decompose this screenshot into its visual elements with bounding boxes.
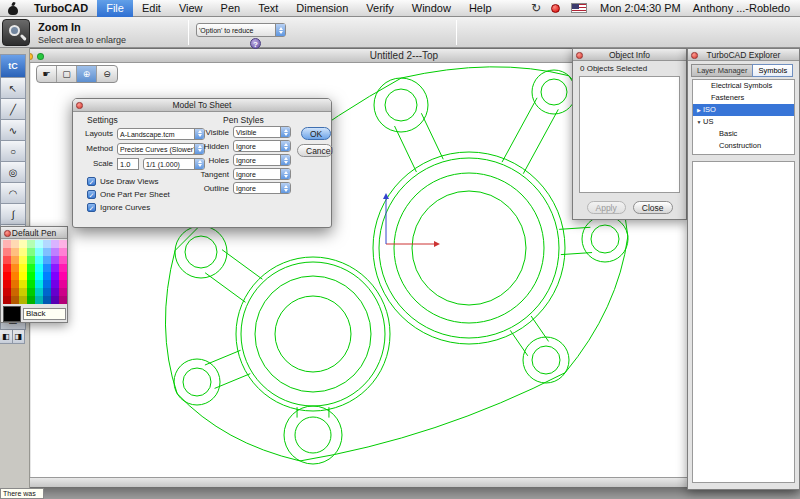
color-swatch[interactable] bbox=[51, 256, 59, 264]
color-swatch[interactable] bbox=[3, 288, 11, 296]
color-swatch[interactable] bbox=[51, 280, 59, 288]
color-swatch[interactable] bbox=[51, 296, 59, 304]
color-swatch[interactable] bbox=[43, 264, 51, 272]
color-swatch[interactable] bbox=[3, 280, 11, 288]
tree-item-construction[interactable]: Construction bbox=[693, 140, 794, 152]
menubar-clock[interactable]: Mon 2:04:30 PM bbox=[593, 2, 688, 14]
current-pen-color-swatch[interactable] bbox=[3, 306, 21, 322]
color-swatch[interactable] bbox=[11, 248, 19, 256]
input-language-flag-icon[interactable] bbox=[571, 3, 587, 13]
pen-palette-titlebar[interactable]: Default Pen bbox=[1, 227, 67, 239]
active-zoom-tool-button[interactable] bbox=[2, 19, 30, 46]
menu-edit[interactable]: Edit bbox=[133, 0, 170, 17]
option-to-reduce-popup[interactable]: 'Option' to reduce bbox=[196, 23, 286, 37]
explorer-titlebar[interactable]: TurboCAD Explorer bbox=[688, 49, 799, 61]
menu-help[interactable]: Help bbox=[460, 0, 501, 17]
color-swatch[interactable] bbox=[27, 272, 35, 280]
pen-style-popup-holes[interactable]: Ignore bbox=[233, 154, 291, 166]
color-swatch[interactable] bbox=[27, 240, 35, 248]
tree-item-electrical-symbols[interactable]: Electrical Symbols bbox=[693, 80, 794, 92]
color-swatch[interactable] bbox=[11, 280, 19, 288]
color-swatch[interactable] bbox=[35, 256, 43, 264]
color-swatch[interactable] bbox=[19, 256, 27, 264]
checkbox-box[interactable]: ✓ bbox=[87, 190, 96, 199]
color-swatch[interactable] bbox=[43, 280, 51, 288]
ok-button[interactable]: OK bbox=[301, 127, 331, 140]
color-swatch[interactable] bbox=[19, 264, 27, 272]
color-swatch[interactable] bbox=[43, 240, 51, 248]
circle-tool[interactable]: ○ bbox=[0, 140, 26, 162]
color-swatch[interactable] bbox=[27, 264, 35, 272]
menu-window[interactable]: Window bbox=[403, 0, 460, 17]
color-swatch[interactable] bbox=[3, 272, 11, 280]
color-swatch[interactable] bbox=[11, 296, 19, 304]
color-swatch[interactable] bbox=[27, 296, 35, 304]
disclosure-down-icon[interactable]: ▼ bbox=[695, 116, 703, 128]
color-swatch[interactable] bbox=[59, 248, 67, 256]
tree-item-basic[interactable]: Basic bbox=[693, 128, 794, 140]
color-swatch[interactable] bbox=[43, 256, 51, 264]
select-tool[interactable]: ↖ bbox=[0, 77, 26, 99]
dialog-titlebar[interactable]: Model To Sheet bbox=[73, 99, 331, 112]
zoom-in-button[interactable]: ⊕ bbox=[77, 66, 97, 82]
color-swatch[interactable] bbox=[19, 248, 27, 256]
disclosure-right-icon[interactable]: ▶ bbox=[695, 104, 703, 116]
color-swatch[interactable] bbox=[43, 272, 51, 280]
color-swatch[interactable] bbox=[27, 248, 35, 256]
color-swatch[interactable] bbox=[19, 288, 27, 296]
color-swatch[interactable] bbox=[35, 288, 43, 296]
record-dot-icon[interactable] bbox=[551, 4, 560, 13]
color-swatch[interactable] bbox=[11, 264, 19, 272]
object-info-titlebar[interactable]: Object Info bbox=[573, 49, 686, 61]
pen-style-popup-hidden[interactable]: Ignore bbox=[233, 140, 291, 152]
color-swatch[interactable] bbox=[3, 264, 11, 272]
arc-tool[interactable]: ◠ bbox=[0, 182, 26, 204]
tab-layer-manager[interactable]: Layer Manager bbox=[691, 64, 753, 77]
color-swatch[interactable] bbox=[35, 296, 43, 304]
color-swatch[interactable] bbox=[27, 288, 35, 296]
color-swatch[interactable] bbox=[51, 288, 59, 296]
menu-dimension[interactable]: Dimension bbox=[287, 0, 357, 17]
apply-button[interactable]: Apply bbox=[587, 201, 626, 214]
color-swatch[interactable] bbox=[35, 280, 43, 288]
select-area-button[interactable]: ▢ bbox=[57, 66, 77, 82]
polyline-tool[interactable]: ∿ bbox=[0, 119, 26, 141]
tree-item-iso[interactable]: ▶ISO bbox=[693, 104, 794, 116]
symbol-preview-area[interactable] bbox=[692, 161, 795, 483]
checkbox-box[interactable]: ✓ bbox=[87, 203, 96, 212]
pen-style-popup-visible[interactable]: Visible bbox=[233, 126, 291, 138]
color-swatch[interactable] bbox=[59, 288, 67, 296]
color-swatch[interactable] bbox=[59, 256, 67, 264]
color-swatch[interactable] bbox=[43, 296, 51, 304]
tree-item-fasteners[interactable]: Fasteners bbox=[693, 92, 794, 104]
color-swatch[interactable] bbox=[35, 248, 43, 256]
color-swatch[interactable] bbox=[27, 280, 35, 288]
color-swatch[interactable] bbox=[51, 240, 59, 248]
color-swatch[interactable] bbox=[59, 272, 67, 280]
color-swatch[interactable] bbox=[35, 264, 43, 272]
color-swatch[interactable] bbox=[19, 272, 27, 280]
color-swatch[interactable] bbox=[11, 272, 19, 280]
color-swatch[interactable] bbox=[27, 256, 35, 264]
apple-menu-icon[interactable] bbox=[8, 2, 19, 15]
color-swatch[interactable] bbox=[59, 264, 67, 272]
color-swatch[interactable] bbox=[3, 248, 11, 256]
color-swatch[interactable] bbox=[11, 240, 19, 248]
color-swatch[interactable] bbox=[3, 240, 11, 248]
color-swatch[interactable] bbox=[59, 296, 67, 304]
color-swatch[interactable] bbox=[19, 280, 27, 288]
menu-verify[interactable]: Verify bbox=[357, 0, 403, 17]
menu-file[interactable]: File bbox=[97, 0, 133, 17]
color-swatch[interactable] bbox=[51, 272, 59, 280]
color-swatch[interactable] bbox=[11, 288, 19, 296]
checkbox-ignore-curves[interactable]: ✓Ignore Curves bbox=[87, 201, 170, 213]
spline-tool[interactable]: ∫ bbox=[0, 203, 26, 225]
checkbox-one-part-per-sheet[interactable]: ✓One Part Per Sheet bbox=[87, 188, 170, 200]
workplane-right-tool[interactable]: ◨ bbox=[12, 329, 26, 344]
pen-style-popup-outline[interactable]: Ignore bbox=[233, 182, 291, 194]
color-swatch[interactable] bbox=[59, 280, 67, 288]
tree-item-us[interactable]: ▼US bbox=[693, 116, 794, 128]
menu-view[interactable]: View bbox=[170, 0, 212, 17]
checkbox-box[interactable]: ✓ bbox=[87, 177, 96, 186]
menu-text[interactable]: Text bbox=[249, 0, 287, 17]
